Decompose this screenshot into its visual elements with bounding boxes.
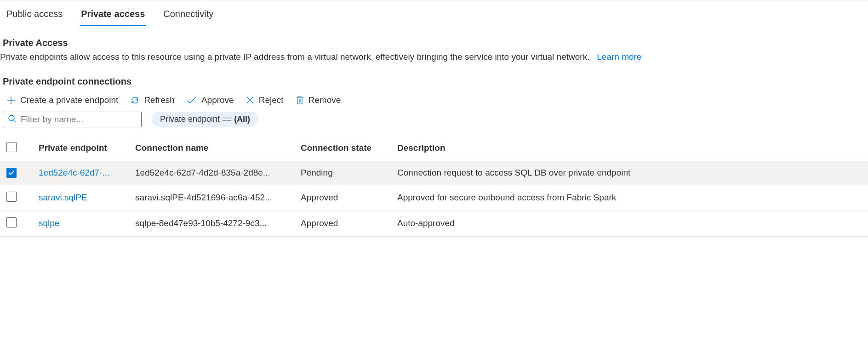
remove-button[interactable]: Remove (296, 95, 341, 105)
search-icon (8, 114, 16, 124)
x-icon (246, 96, 254, 104)
select-all-checkbox[interactable] (6, 142, 17, 152)
description-cell: Auto-approved (391, 210, 868, 236)
reject-button[interactable]: Reject (246, 95, 284, 105)
connection-name-cell: sqlpe-8ed47e93-10b5-4272-9c3... (129, 210, 294, 236)
filter-row: Private endpoint == (All) (0, 111, 868, 136)
plus-icon (6, 96, 16, 105)
filter-by-name-input[interactable] (21, 114, 137, 125)
filter-pill-private-endpoint[interactable]: Private endpoint == (All) (152, 112, 258, 127)
private-endpoint-link[interactable]: 1ed52e4c-62d7-... (39, 168, 109, 177)
table-row[interactable]: sqlpe sqlpe-8ed47e93-10b5-4272-9c3... Ap… (0, 210, 868, 236)
check-icon (187, 96, 197, 105)
refresh-label: Refresh (144, 95, 175, 105)
filter-input-container[interactable] (3, 112, 142, 127)
section-title-connections: Private endpoint connections (0, 63, 868, 91)
connection-name-cell: saravi.sqlPE-4d521696-ac6a-452... (129, 185, 294, 210)
table-row[interactable]: saravi.sqlPE saravi.sqlPE-4d521696-ac6a-… (0, 185, 868, 210)
toolbar: Create a private endpoint Refresh Approv… (0, 91, 868, 111)
row-checkbox[interactable] (6, 192, 17, 202)
remove-label: Remove (308, 95, 341, 105)
header-connection-name[interactable]: Connection name (129, 136, 294, 161)
private-endpoint-link[interactable]: sqlpe (39, 218, 59, 228)
filter-pill-prefix: Private endpoint == (160, 114, 234, 124)
header-private-endpoint[interactable]: Private endpoint (32, 136, 129, 161)
create-private-endpoint-button[interactable]: Create a private endpoint (6, 95, 118, 105)
connection-name-cell: 1ed52e4c-62d7-4d2d-835a-2d8e... (129, 161, 294, 185)
section-description-text: Private endpoints allow access to this r… (0, 52, 589, 62)
table-row[interactable]: 1ed52e4c-62d7-... 1ed52e4c-62d7-4d2d-835… (0, 161, 868, 185)
tab-bar: Public access Private access Connectivit… (0, 2, 868, 27)
tab-public-access[interactable]: Public access (6, 6, 63, 26)
filter-pill-value: (All) (234, 114, 250, 124)
trash-icon (296, 96, 304, 105)
svg-point-0 (9, 115, 14, 121)
approve-button[interactable]: Approve (187, 95, 234, 105)
tab-connectivity[interactable]: Connectivity (162, 6, 214, 26)
description-cell: Approved for secure outbound access from… (391, 185, 868, 210)
tab-private-access[interactable]: Private access (80, 6, 146, 26)
section-description: Private endpoints allow access to this r… (0, 51, 868, 63)
row-checkbox[interactable] (6, 168, 17, 178)
description-cell: Connection request to access SQL DB over… (391, 161, 868, 185)
section-title-private-access: Private Access (0, 27, 868, 51)
header-connection-state[interactable]: Connection state (294, 136, 391, 161)
learn-more-link[interactable]: Learn more (597, 52, 641, 62)
header-description[interactable]: Description (391, 136, 868, 161)
connection-state-cell: Approved (294, 210, 391, 236)
create-label: Create a private endpoint (20, 95, 118, 105)
connections-table: Private endpoint Connection name Connect… (0, 136, 868, 237)
reject-label: Reject (259, 95, 284, 105)
connection-state-cell: Pending (294, 161, 391, 185)
row-checkbox[interactable] (6, 217, 17, 228)
private-endpoint-link[interactable]: saravi.sqlPE (39, 193, 87, 202)
approve-label: Approve (201, 95, 234, 105)
refresh-icon (130, 96, 139, 105)
connection-state-cell: Approved (294, 185, 391, 210)
refresh-button[interactable]: Refresh (130, 95, 175, 105)
